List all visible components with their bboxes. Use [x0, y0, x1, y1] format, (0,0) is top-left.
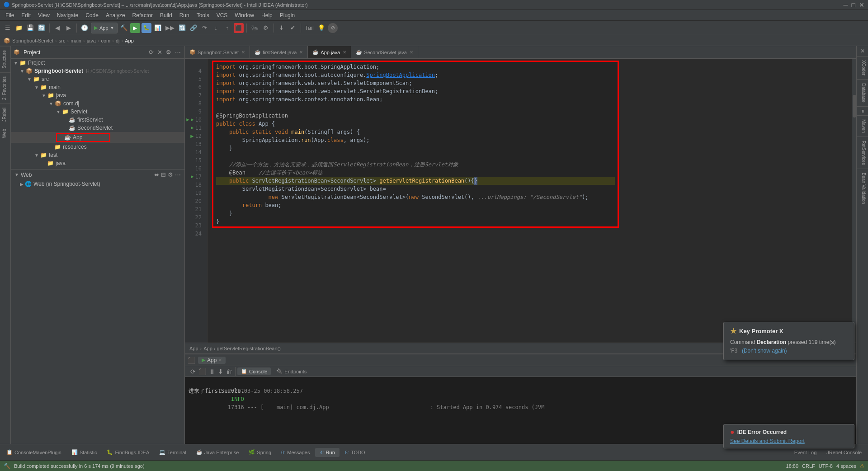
- step-over-btn[interactable]: ↷: [200, 23, 210, 33]
- tab-findbugs[interactable]: 🐛 FindBugs-IDEA: [102, 447, 154, 457]
- ide-error-link[interactable]: See Details and Submit Report: [730, 438, 848, 444]
- project-settings-icon[interactable]: ⚙: [165, 48, 172, 57]
- tab-console-maven[interactable]: 📋 ConsoleMavenPlugin: [2, 447, 66, 457]
- sync-btn[interactable]: 🔄: [37, 23, 47, 33]
- step-out-btn[interactable]: ↑: [222, 23, 232, 33]
- project-sync-icon[interactable]: ⟳: [148, 48, 155, 57]
- vcs-update-btn[interactable]: ⬇: [277, 23, 287, 33]
- tab-springboot-servlet[interactable]: 📦 Springboot-Servlet ✕: [185, 46, 250, 59]
- tab-second-close[interactable]: ✕: [410, 50, 413, 55]
- project-more-icon[interactable]: ⋯: [174, 48, 182, 57]
- tree-project-section[interactable]: ▼ 📁 Project: [11, 59, 184, 67]
- project-close-icon[interactable]: ✕: [156, 48, 163, 57]
- tab-first-servlet[interactable]: ☕ firstServlet.java ✕: [250, 46, 308, 59]
- tree-servlet-folder[interactable]: ▼ 📁 Servlet: [11, 108, 184, 116]
- breadcrumb-com[interactable]: com: [101, 38, 111, 43]
- menu-icon[interactable]: ☰: [3, 23, 13, 33]
- run-with-coverage-btn[interactable]: 📊: [153, 23, 163, 33]
- tab-app-java[interactable]: ☕ App.java ✕: [308, 46, 351, 59]
- tree-second-servlet[interactable]: ☕ SecondServlet: [11, 124, 184, 132]
- charset-indicator[interactable]: UTF-8: [819, 463, 833, 469]
- line-col-indicator[interactable]: 18:80: [786, 463, 799, 469]
- run-panel-close-icon[interactable]: ✕: [218, 358, 222, 363]
- stop-btn-run[interactable]: ⬛: [198, 368, 206, 375]
- favorites-tab[interactable]: 2: Favorites: [0, 72, 10, 104]
- tab-statistic[interactable]: 📊 Statistic: [67, 447, 102, 457]
- line-ending-indicator[interactable]: CRLF: [802, 463, 815, 469]
- sdk-setup-btn[interactable]: ⚙: [261, 23, 271, 33]
- tail-btn[interactable]: Tail: [304, 23, 316, 33]
- more-run-btn[interactable]: ▶▶: [164, 23, 176, 33]
- tab-terminal[interactable]: 💻 Terminal: [155, 447, 191, 457]
- power-mode-btn[interactable]: ⊘: [328, 23, 338, 33]
- tree-resources[interactable]: 📁 resources: [11, 143, 184, 151]
- forward-btn[interactable]: ▶: [64, 23, 74, 33]
- tree-module-springboot[interactable]: ▼ 📦 Springboot-Servlet H:\CSDN\Springboo…: [11, 67, 184, 75]
- breadcrumb-java[interactable]: java: [87, 38, 96, 43]
- breadcrumb-springboot[interactable]: Springboot-Servlet: [12, 38, 53, 43]
- jrebel-console-tab[interactable]: JRebel Console: [822, 448, 866, 457]
- menu-tools[interactable]: Tools: [193, 11, 213, 19]
- breadcrumb-dj[interactable]: dj: [116, 38, 120, 43]
- tree-com-dj[interactable]: ▼ 📦 com.dj: [11, 99, 184, 108]
- tree-app-file[interactable]: ☕ App: [11, 132, 184, 143]
- code-content[interactable]: import org.springframework.boot.SpringAp…: [208, 59, 852, 343]
- breadcrumb-app[interactable]: App: [125, 38, 134, 43]
- vcs-commit-btn[interactable]: ✔: [288, 23, 298, 33]
- structure-tab[interactable]: Structure: [0, 46, 10, 72]
- menu-view[interactable]: View: [34, 11, 53, 19]
- web-collapse-icon[interactable]: ⊟: [161, 171, 166, 178]
- tab-app-close[interactable]: ✕: [343, 50, 346, 55]
- tab-run[interactable]: 4: Run: [315, 448, 339, 457]
- tab-first-servlet-close[interactable]: ✕: [299, 50, 303, 55]
- step-into-btn[interactable]: ↓: [211, 23, 221, 33]
- event-log-tab[interactable]: Event Log: [790, 448, 821, 457]
- ret-services-tab[interactable]: RetServices: [857, 137, 868, 169]
- kpx-close-icon[interactable]: ✕: [857, 46, 868, 57]
- tree-src[interactable]: ▼ 📁 src: [11, 75, 184, 83]
- run-btn[interactable]: ▶: [130, 23, 140, 33]
- close-btn[interactable]: ✕: [859, 1, 864, 9]
- back-btn[interactable]: ◀: [52, 23, 62, 33]
- menu-window[interactable]: Window: [231, 11, 258, 19]
- database-tab[interactable]: Database: [857, 80, 868, 107]
- tree-first-servlet[interactable]: ☕ firstServlet: [11, 116, 184, 124]
- web-more2-icon[interactable]: ⋯: [175, 171, 181, 178]
- warning-icon[interactable]: ⚠: [860, 463, 864, 469]
- menu-analyze[interactable]: Analyze: [102, 11, 129, 19]
- web-settings-icon[interactable]: ⚙: [168, 171, 173, 178]
- tree-main[interactable]: ▼ 📁 main: [11, 83, 184, 91]
- bean-validation-tab[interactable]: Bean Validation: [857, 169, 868, 207]
- ant-btn[interactable]: 🐜: [250, 23, 259, 33]
- tree-test-java[interactable]: 📁 java: [11, 159, 184, 167]
- menu-build[interactable]: Build: [156, 11, 176, 19]
- breadcrumb-src[interactable]: src: [59, 38, 66, 43]
- clear-console-btn[interactable]: 🗑: [226, 368, 232, 375]
- menu-edit[interactable]: Edit: [18, 11, 34, 19]
- maximize-btn[interactable]: □: [852, 1, 855, 9]
- menu-run[interactable]: Run: [176, 11, 193, 19]
- save-btn[interactable]: 💾: [25, 23, 35, 33]
- pause-btn[interactable]: ⏸: [209, 368, 215, 375]
- stop-btn[interactable]: ⬛: [234, 23, 244, 33]
- tab-second-servlet[interactable]: ☕ SecondServlet.java ✕: [351, 46, 418, 59]
- scroll-end-btn[interactable]: ⬇: [218, 368, 223, 375]
- stop-run-icon[interactable]: ⬛: [188, 357, 195, 364]
- kpx-dont-show[interactable]: (Don't show again): [742, 348, 787, 354]
- run-config-dropdown[interactable]: ▶ App ▼: [91, 23, 118, 33]
- console-tab[interactable]: 📋 Console: [237, 367, 271, 375]
- recent-files-btn[interactable]: 🕐: [80, 23, 90, 33]
- jrebel-tab[interactable]: JRebel: [0, 104, 10, 125]
- attach-btn[interactable]: 🔗: [189, 23, 198, 33]
- web-align-icon[interactable]: ⬌: [154, 171, 159, 178]
- tab-todo[interactable]: 6: TODO: [340, 448, 370, 457]
- rerun-btn[interactable]: ⟳: [190, 368, 196, 375]
- build-btn[interactable]: 🔨: [119, 23, 129, 33]
- menu-help[interactable]: Help: [258, 11, 276, 19]
- menu-plugin[interactable]: Plugin: [276, 11, 298, 19]
- tree-java[interactable]: ▼ 📁 java: [11, 91, 184, 99]
- maven-tab[interactable]: Maven: [857, 116, 868, 137]
- menu-navigate[interactable]: Navigate: [53, 11, 82, 19]
- xcoder-tab[interactable]: XCoder: [857, 57, 868, 80]
- tab-springboot-close[interactable]: ✕: [241, 50, 245, 55]
